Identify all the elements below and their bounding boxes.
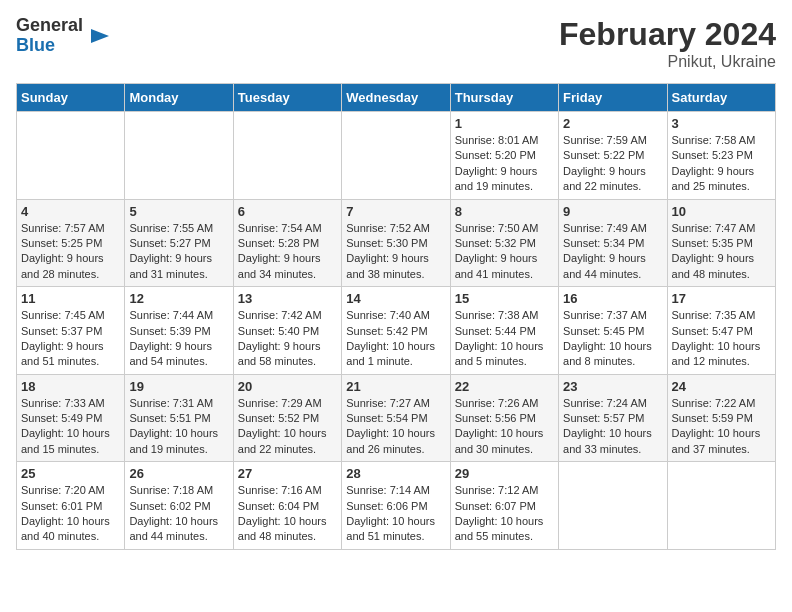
weekday-header: Tuesday	[233, 84, 341, 112]
calendar-cell: 11Sunrise: 7:45 AM Sunset: 5:37 PM Dayli…	[17, 287, 125, 375]
day-info: Sunrise: 7:49 AM Sunset: 5:34 PM Dayligh…	[563, 221, 662, 283]
day-info: Sunrise: 7:47 AM Sunset: 5:35 PM Dayligh…	[672, 221, 771, 283]
calendar-cell	[559, 462, 667, 550]
calendar-cell	[233, 112, 341, 200]
day-info: Sunrise: 8:01 AM Sunset: 5:20 PM Dayligh…	[455, 133, 554, 195]
day-info: Sunrise: 7:31 AM Sunset: 5:51 PM Dayligh…	[129, 396, 228, 458]
day-info: Sunrise: 7:40 AM Sunset: 5:42 PM Dayligh…	[346, 308, 445, 370]
calendar-cell	[17, 112, 125, 200]
day-info: Sunrise: 7:38 AM Sunset: 5:44 PM Dayligh…	[455, 308, 554, 370]
calendar-cell: 17Sunrise: 7:35 AM Sunset: 5:47 PM Dayli…	[667, 287, 775, 375]
day-number: 18	[21, 379, 120, 394]
calendar-table: SundayMondayTuesdayWednesdayThursdayFrid…	[16, 83, 776, 550]
calendar-header-row: SundayMondayTuesdayWednesdayThursdayFrid…	[17, 84, 776, 112]
calendar-cell: 27Sunrise: 7:16 AM Sunset: 6:04 PM Dayli…	[233, 462, 341, 550]
calendar-cell	[342, 112, 450, 200]
weekday-header: Sunday	[17, 84, 125, 112]
calendar-cell: 29Sunrise: 7:12 AM Sunset: 6:07 PM Dayli…	[450, 462, 558, 550]
title-block: February 2024 Pnikut, Ukraine	[559, 16, 776, 71]
day-number: 22	[455, 379, 554, 394]
calendar-cell: 20Sunrise: 7:29 AM Sunset: 5:52 PM Dayli…	[233, 374, 341, 462]
day-number: 6	[238, 204, 337, 219]
day-number: 14	[346, 291, 445, 306]
day-info: Sunrise: 7:44 AM Sunset: 5:39 PM Dayligh…	[129, 308, 228, 370]
day-number: 4	[21, 204, 120, 219]
day-info: Sunrise: 7:24 AM Sunset: 5:57 PM Dayligh…	[563, 396, 662, 458]
calendar-cell: 26Sunrise: 7:18 AM Sunset: 6:02 PM Dayli…	[125, 462, 233, 550]
day-number: 12	[129, 291, 228, 306]
day-number: 16	[563, 291, 662, 306]
day-number: 29	[455, 466, 554, 481]
day-number: 15	[455, 291, 554, 306]
day-number: 3	[672, 116, 771, 131]
day-info: Sunrise: 7:57 AM Sunset: 5:25 PM Dayligh…	[21, 221, 120, 283]
day-number: 13	[238, 291, 337, 306]
day-number: 24	[672, 379, 771, 394]
calendar-cell: 8Sunrise: 7:50 AM Sunset: 5:32 PM Daylig…	[450, 199, 558, 287]
calendar-cell: 1Sunrise: 8:01 AM Sunset: 5:20 PM Daylig…	[450, 112, 558, 200]
calendar-cell: 24Sunrise: 7:22 AM Sunset: 5:59 PM Dayli…	[667, 374, 775, 462]
calendar-cell: 5Sunrise: 7:55 AM Sunset: 5:27 PM Daylig…	[125, 199, 233, 287]
page-title: February 2024	[559, 16, 776, 53]
day-number: 21	[346, 379, 445, 394]
calendar-cell: 3Sunrise: 7:58 AM Sunset: 5:23 PM Daylig…	[667, 112, 775, 200]
day-number: 8	[455, 204, 554, 219]
day-number: 1	[455, 116, 554, 131]
day-number: 7	[346, 204, 445, 219]
calendar-cell	[667, 462, 775, 550]
calendar-cell: 15Sunrise: 7:38 AM Sunset: 5:44 PM Dayli…	[450, 287, 558, 375]
calendar-cell: 2Sunrise: 7:59 AM Sunset: 5:22 PM Daylig…	[559, 112, 667, 200]
day-info: Sunrise: 7:35 AM Sunset: 5:47 PM Dayligh…	[672, 308, 771, 370]
calendar-cell	[125, 112, 233, 200]
calendar-cell: 14Sunrise: 7:40 AM Sunset: 5:42 PM Dayli…	[342, 287, 450, 375]
day-number: 25	[21, 466, 120, 481]
day-info: Sunrise: 7:37 AM Sunset: 5:45 PM Dayligh…	[563, 308, 662, 370]
calendar-cell: 16Sunrise: 7:37 AM Sunset: 5:45 PM Dayli…	[559, 287, 667, 375]
day-number: 11	[21, 291, 120, 306]
calendar-cell: 23Sunrise: 7:24 AM Sunset: 5:57 PM Dayli…	[559, 374, 667, 462]
calendar-cell: 7Sunrise: 7:52 AM Sunset: 5:30 PM Daylig…	[342, 199, 450, 287]
day-info: Sunrise: 7:29 AM Sunset: 5:52 PM Dayligh…	[238, 396, 337, 458]
day-info: Sunrise: 7:54 AM Sunset: 5:28 PM Dayligh…	[238, 221, 337, 283]
calendar-cell: 12Sunrise: 7:44 AM Sunset: 5:39 PM Dayli…	[125, 287, 233, 375]
calendar-week-row: 11Sunrise: 7:45 AM Sunset: 5:37 PM Dayli…	[17, 287, 776, 375]
svg-marker-0	[91, 29, 109, 43]
calendar-week-row: 25Sunrise: 7:20 AM Sunset: 6:01 PM Dayli…	[17, 462, 776, 550]
weekday-header: Thursday	[450, 84, 558, 112]
day-number: 27	[238, 466, 337, 481]
day-info: Sunrise: 7:12 AM Sunset: 6:07 PM Dayligh…	[455, 483, 554, 545]
calendar-cell: 10Sunrise: 7:47 AM Sunset: 5:35 PM Dayli…	[667, 199, 775, 287]
day-number: 17	[672, 291, 771, 306]
logo-general: General	[16, 16, 83, 36]
day-info: Sunrise: 7:50 AM Sunset: 5:32 PM Dayligh…	[455, 221, 554, 283]
day-number: 10	[672, 204, 771, 219]
calendar-cell: 13Sunrise: 7:42 AM Sunset: 5:40 PM Dayli…	[233, 287, 341, 375]
day-info: Sunrise: 7:59 AM Sunset: 5:22 PM Dayligh…	[563, 133, 662, 195]
day-info: Sunrise: 7:22 AM Sunset: 5:59 PM Dayligh…	[672, 396, 771, 458]
day-info: Sunrise: 7:26 AM Sunset: 5:56 PM Dayligh…	[455, 396, 554, 458]
day-info: Sunrise: 7:27 AM Sunset: 5:54 PM Dayligh…	[346, 396, 445, 458]
calendar-cell: 28Sunrise: 7:14 AM Sunset: 6:06 PM Dayli…	[342, 462, 450, 550]
calendar-week-row: 18Sunrise: 7:33 AM Sunset: 5:49 PM Dayli…	[17, 374, 776, 462]
day-info: Sunrise: 7:33 AM Sunset: 5:49 PM Dayligh…	[21, 396, 120, 458]
day-info: Sunrise: 7:58 AM Sunset: 5:23 PM Dayligh…	[672, 133, 771, 195]
calendar-cell: 6Sunrise: 7:54 AM Sunset: 5:28 PM Daylig…	[233, 199, 341, 287]
calendar-cell: 9Sunrise: 7:49 AM Sunset: 5:34 PM Daylig…	[559, 199, 667, 287]
weekday-header: Wednesday	[342, 84, 450, 112]
calendar-cell: 21Sunrise: 7:27 AM Sunset: 5:54 PM Dayli…	[342, 374, 450, 462]
calendar-cell: 19Sunrise: 7:31 AM Sunset: 5:51 PM Dayli…	[125, 374, 233, 462]
day-info: Sunrise: 7:52 AM Sunset: 5:30 PM Dayligh…	[346, 221, 445, 283]
weekday-header: Monday	[125, 84, 233, 112]
day-number: 20	[238, 379, 337, 394]
day-number: 23	[563, 379, 662, 394]
page-subtitle: Pnikut, Ukraine	[559, 53, 776, 71]
weekday-header: Saturday	[667, 84, 775, 112]
day-number: 5	[129, 204, 228, 219]
calendar-cell: 22Sunrise: 7:26 AM Sunset: 5:56 PM Dayli…	[450, 374, 558, 462]
day-info: Sunrise: 7:42 AM Sunset: 5:40 PM Dayligh…	[238, 308, 337, 370]
page-header: General Blue February 2024 Pnikut, Ukrai…	[16, 16, 776, 71]
calendar-cell: 4Sunrise: 7:57 AM Sunset: 5:25 PM Daylig…	[17, 199, 125, 287]
calendar-cell: 18Sunrise: 7:33 AM Sunset: 5:49 PM Dayli…	[17, 374, 125, 462]
calendar-week-row: 4Sunrise: 7:57 AM Sunset: 5:25 PM Daylig…	[17, 199, 776, 287]
day-number: 9	[563, 204, 662, 219]
